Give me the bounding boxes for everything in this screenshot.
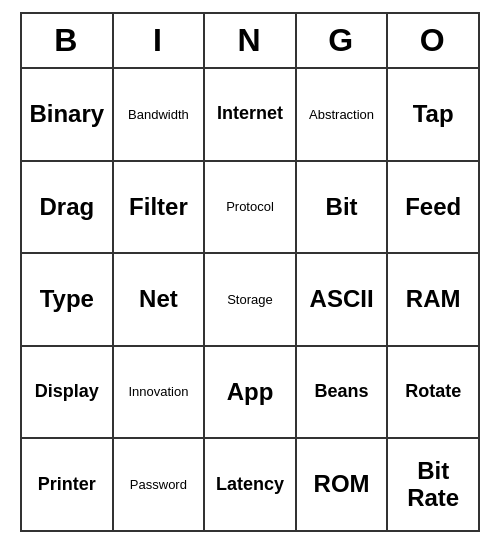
bingo-cell-1-2: Protocol (205, 162, 297, 253)
bingo-row-4: PrinterPasswordLatencyROMBit Rate (22, 439, 478, 530)
cell-text-2-1: Net (139, 286, 178, 312)
bingo-cell-0-1: Bandwidth (114, 69, 206, 160)
bingo-cell-2-3: ASCII (297, 254, 389, 345)
bingo-cell-1-3: Bit (297, 162, 389, 253)
cell-text-2-4: RAM (406, 286, 461, 312)
cell-text-1-4: Feed (405, 194, 461, 220)
bingo-row-3: DisplayInnovationAppBeansRotate (22, 347, 478, 440)
cell-text-4-3: ROM (314, 471, 370, 497)
header-letter-B: B (22, 14, 114, 67)
bingo-cell-0-4: Tap (388, 69, 478, 160)
header-letter-O: O (388, 14, 478, 67)
bingo-cell-3-1: Innovation (114, 347, 206, 438)
cell-text-3-4: Rotate (405, 382, 461, 402)
cell-text-3-0: Display (35, 382, 99, 402)
bingo-cell-4-1: Password (114, 439, 206, 530)
bingo-row-2: TypeNetStorageASCIIRAM (22, 254, 478, 347)
bingo-cell-2-4: RAM (388, 254, 478, 345)
cell-text-3-3: Beans (315, 382, 369, 402)
cell-text-0-2: Internet (217, 104, 283, 124)
cell-text-2-2: Storage (227, 292, 273, 308)
bingo-cell-0-3: Abstraction (297, 69, 389, 160)
bingo-row-0: BinaryBandwidthInternetAbstractionTap (22, 69, 478, 162)
bingo-cell-3-0: Display (22, 347, 114, 438)
cell-text-0-0: Binary (29, 101, 104, 127)
bingo-cell-4-4: Bit Rate (388, 439, 478, 530)
cell-text-4-1: Password (130, 477, 187, 493)
bingo-cell-3-4: Rotate (388, 347, 478, 438)
cell-text-3-1: Innovation (128, 384, 188, 400)
header-letter-N: N (205, 14, 297, 67)
bingo-card: BINGO BinaryBandwidthInternetAbstraction… (20, 12, 480, 532)
cell-text-0-4: Tap (413, 101, 454, 127)
cell-text-2-3: ASCII (310, 286, 374, 312)
bingo-cell-2-1: Net (114, 254, 206, 345)
cell-text-1-3: Bit (326, 194, 358, 220)
cell-text-2-0: Type (40, 286, 94, 312)
bingo-cell-3-2: App (205, 347, 297, 438)
bingo-cell-3-3: Beans (297, 347, 389, 438)
bingo-body: BinaryBandwidthInternetAbstractionTapDra… (22, 69, 478, 530)
bingo-cell-2-0: Type (22, 254, 114, 345)
bingo-cell-2-2: Storage (205, 254, 297, 345)
header-letter-I: I (114, 14, 206, 67)
cell-text-4-2: Latency (216, 475, 284, 495)
cell-text-1-2: Protocol (226, 199, 274, 215)
bingo-cell-4-0: Printer (22, 439, 114, 530)
cell-text-0-3: Abstraction (309, 107, 374, 123)
header-letter-G: G (297, 14, 389, 67)
bingo-header: BINGO (22, 14, 478, 69)
cell-text-4-0: Printer (38, 475, 96, 495)
bingo-cell-0-2: Internet (205, 69, 297, 160)
bingo-cell-4-2: Latency (205, 439, 297, 530)
bingo-cell-0-0: Binary (22, 69, 114, 160)
cell-text-3-2: App (227, 379, 274, 405)
cell-text-4-4: Bit Rate (392, 458, 474, 511)
cell-text-0-1: Bandwidth (128, 107, 189, 123)
bingo-cell-1-1: Filter (114, 162, 206, 253)
bingo-cell-1-4: Feed (388, 162, 478, 253)
bingo-row-1: DragFilterProtocolBitFeed (22, 162, 478, 255)
bingo-cell-1-0: Drag (22, 162, 114, 253)
bingo-cell-4-3: ROM (297, 439, 389, 530)
cell-text-1-0: Drag (39, 194, 94, 220)
cell-text-1-1: Filter (129, 194, 188, 220)
